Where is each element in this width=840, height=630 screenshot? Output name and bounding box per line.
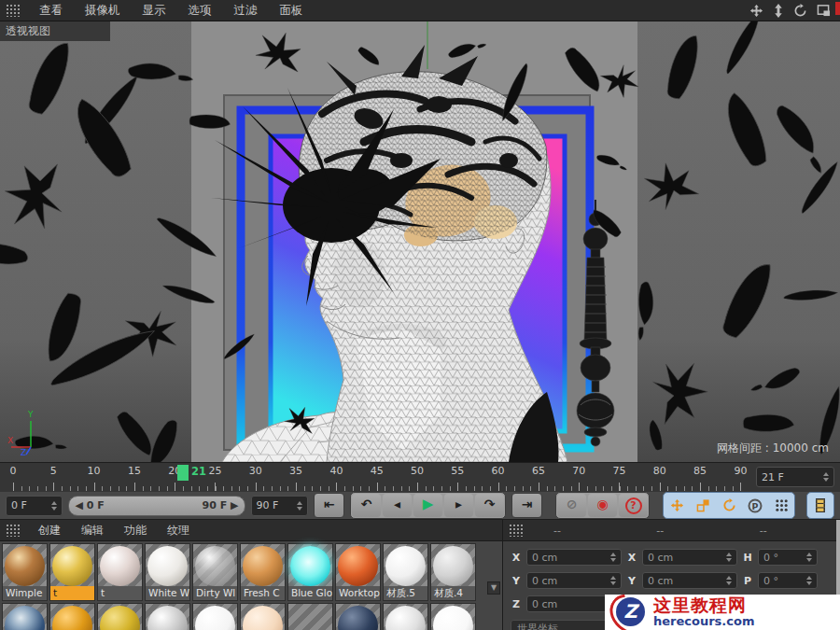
material-tile[interactable] xyxy=(49,603,95,630)
material-name[interactable]: Dirty Wl xyxy=(193,586,237,600)
material-tile[interactable]: Wimple xyxy=(2,543,48,601)
material-preview-sphere xyxy=(290,606,330,630)
material-preview-sphere xyxy=(5,606,45,630)
menu-item[interactable]: 过滤 xyxy=(223,3,269,17)
material-tile[interactable] xyxy=(287,603,333,630)
material-preview-sphere xyxy=(338,546,378,586)
keyframe-toggle-group: P xyxy=(663,492,795,519)
rot-p-field[interactable]: 0 ° xyxy=(758,572,818,589)
material-tile[interactable] xyxy=(192,603,238,630)
frame-stepper[interactable] xyxy=(823,472,829,482)
goto-start-button[interactable]: ⇤ xyxy=(314,493,344,518)
material-tile[interactable] xyxy=(2,603,48,630)
menu-item[interactable]: 查看 xyxy=(28,3,74,17)
rot-h-field[interactable]: 0 ° xyxy=(758,549,818,566)
material-tile[interactable] xyxy=(97,603,143,630)
coordinates-header: -- -- -- xyxy=(503,520,840,541)
material-menu-item[interactable]: 创建 xyxy=(28,524,71,537)
window-toggle-icon[interactable] xyxy=(817,4,831,17)
timeline-mark: 60 xyxy=(492,465,505,477)
record-disabled-button[interactable]: ⊘ xyxy=(557,494,586,517)
timeline-playhead[interactable] xyxy=(177,465,189,481)
material-tile[interactable] xyxy=(383,603,428,630)
playhead-frame-label: 21 xyxy=(191,465,206,478)
next-frame-button[interactable]: ▸ xyxy=(444,494,473,517)
record-parameter-icon[interactable]: P xyxy=(743,494,767,517)
timeline-mark: 40 xyxy=(329,465,343,477)
panel-grip-icon[interactable] xyxy=(509,524,524,537)
autokey-button[interactable]: ◉ xyxy=(588,494,617,517)
perspective-viewport[interactable]: 透视视图 网格间距 : 10000 cm Y X Z xyxy=(0,21,840,462)
material-name[interactable]: t xyxy=(98,586,142,600)
menu-item[interactable]: 摄像机 xyxy=(74,3,132,17)
red-edge-marker xyxy=(835,2,840,15)
material-tile[interactable] xyxy=(430,603,476,630)
material-menu-item[interactable]: 功能 xyxy=(114,524,157,537)
menu-item[interactable]: 选项 xyxy=(177,3,223,17)
timeline-ruler[interactable]: 051015202530354045505560657075808590 21 … xyxy=(0,462,840,494)
record-rotate-icon[interactable] xyxy=(717,494,741,517)
timeline-mark: 35 xyxy=(289,465,302,477)
material-name[interactable]: t xyxy=(50,586,94,600)
filmstrip-icon[interactable] xyxy=(808,494,833,517)
material-tile[interactable]: Worktop xyxy=(335,543,381,601)
panel-grip-icon[interactable] xyxy=(6,4,21,17)
material-name[interactable]: Blue Glo xyxy=(288,586,332,600)
material-name[interactable]: 材质.5 xyxy=(384,586,427,600)
prev-key-button[interactable]: ↶ xyxy=(352,494,381,517)
timeline-mark: 5 xyxy=(50,465,57,477)
material-tile[interactable]: 材质.5 xyxy=(383,543,428,601)
range-slider-start: ◀ 0 F xyxy=(75,499,104,511)
menu-item[interactable]: 显示 xyxy=(132,3,177,17)
material-tile[interactable]: 材质.4 xyxy=(430,543,476,601)
material-tile[interactable] xyxy=(240,603,286,630)
goto-end-button[interactable]: ⇥ xyxy=(511,493,542,518)
material-name[interactable]: Worktop xyxy=(336,586,380,600)
size-y-label: Y xyxy=(626,575,637,587)
size-x-label: X xyxy=(626,552,637,564)
material-scroll-arrow[interactable]: ▼ xyxy=(487,581,500,595)
material-tile[interactable] xyxy=(335,603,381,630)
preview-range-slider[interactable]: ◀ 0 F 90 F ▶ xyxy=(68,496,245,516)
size-x-field[interactable]: 0 cm xyxy=(642,549,737,566)
panel-grip-icon[interactable] xyxy=(6,524,21,537)
pan-icon[interactable] xyxy=(749,4,763,18)
pos-y-field[interactable]: 0 cm xyxy=(526,572,622,589)
svg-text:Z: Z xyxy=(21,448,26,456)
material-preview-sphere xyxy=(338,606,378,630)
size-y-field[interactable]: 0 cm xyxy=(642,572,737,589)
range-end-field[interactable]: 90 F xyxy=(251,496,308,516)
play-button[interactable]: ▶ xyxy=(413,494,442,517)
material-menu-item[interactable]: 编辑 xyxy=(71,524,114,537)
range-start-field[interactable]: 0 F xyxy=(6,496,63,516)
zoom-icon[interactable] xyxy=(773,4,784,18)
record-move-icon[interactable] xyxy=(665,494,689,517)
prev-frame-button[interactable]: ◂ xyxy=(383,494,412,517)
record-pla-icon[interactable] xyxy=(769,494,793,517)
material-menu-item[interactable]: 纹理 xyxy=(157,524,200,537)
next-key-button[interactable]: ↷ xyxy=(475,494,504,517)
material-tile[interactable]: White W xyxy=(145,543,190,601)
menu-item[interactable]: 面板 xyxy=(269,3,315,17)
record-scale-icon[interactable] xyxy=(691,494,715,517)
current-frame-field[interactable]: 21 F xyxy=(756,467,834,487)
watermark: Z 这里教程网 herecours.com xyxy=(605,595,840,630)
material-name[interactable]: Fresh C xyxy=(241,586,285,600)
material-tile[interactable]: Fresh C xyxy=(240,543,286,601)
material-name[interactable]: Wimple xyxy=(3,586,47,600)
material-name[interactable]: White W xyxy=(146,586,189,600)
material-preview-sphere xyxy=(52,546,92,586)
material-tile[interactable]: Blue Glo xyxy=(287,543,333,601)
material-name[interactable]: 材质.4 xyxy=(431,586,475,600)
material-tile[interactable] xyxy=(145,603,190,630)
material-tile[interactable]: Dirty Wl xyxy=(192,543,238,601)
key-help-button[interactable]: ? xyxy=(619,494,648,517)
pos-x-field[interactable]: 0 cm xyxy=(526,549,622,566)
material-tile[interactable]: t xyxy=(49,543,95,601)
material-preview-sphere xyxy=(147,546,188,586)
viewport-label[interactable]: 透视视图 xyxy=(6,23,50,39)
timeline-mark: 0 xyxy=(10,465,17,477)
material-tile[interactable]: t xyxy=(97,543,143,601)
material-preview-sphere xyxy=(243,606,283,630)
rotate-icon[interactable] xyxy=(793,4,807,18)
